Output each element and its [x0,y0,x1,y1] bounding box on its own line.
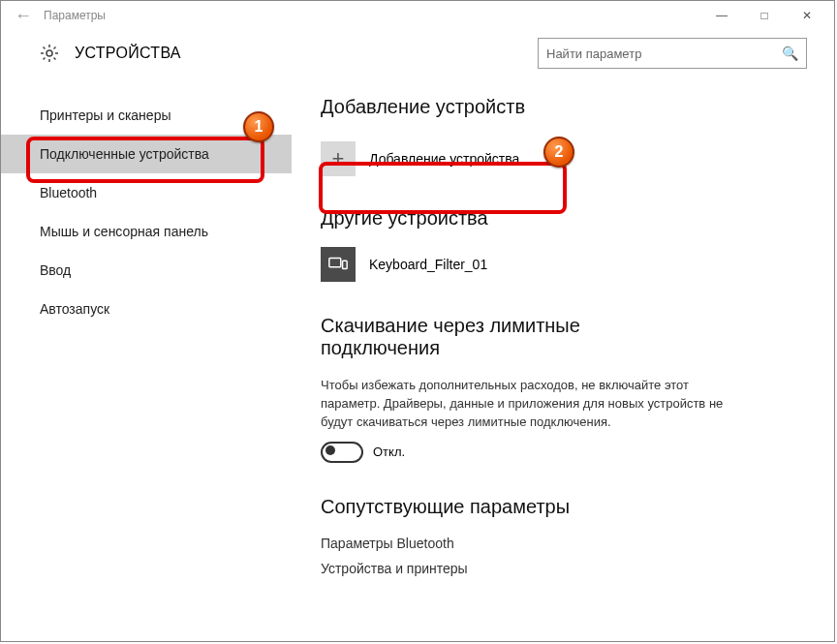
minimize-button[interactable]: — [700,2,743,29]
metered-toggle[interactable] [321,442,363,463]
sidebar-item-autoplay[interactable]: Автозапуск [1,290,292,328]
add-devices-heading: Добавление устройств [321,96,805,118]
sidebar: Принтеры и сканеры Подключенные устройст… [1,77,292,641]
sidebar-item-input[interactable]: Ввод [1,251,292,290]
metered-heading: Скачивание через лимитные подключения [321,315,689,359]
svg-point-0 [46,50,52,56]
device-icon [321,247,356,282]
sidebar-item-connected-devices[interactable]: Подключенные устройства [1,135,292,173]
window-controls: — □ ✕ [700,2,828,29]
body: Принтеры и сканеры Подключенные устройст… [1,77,834,641]
metered-toggle-row: Откл. [321,442,805,463]
search-input[interactable]: Найти параметр 🔍 [538,38,807,69]
settings-window: ← Параметры — □ ✕ УСТРОЙСТВА Найти парам… [0,0,835,642]
link-bluetooth-settings[interactable]: Параметры Bluetooth [321,536,805,551]
add-device-button[interactable]: + Добавление устройства [321,136,805,182]
link-devices-printers[interactable]: Устройства и принтеры [321,561,805,576]
gear-icon [40,44,59,63]
titlebar: ← Параметры — □ ✕ [1,1,834,30]
sidebar-item-mouse[interactable]: Мышь и сенсорная панель [1,212,292,251]
search-icon: 🔍 [782,46,798,61]
window-title: Параметры [40,9,700,22]
metered-description: Чтобы избежать дополнительных расходов, … [321,377,747,432]
add-device-label: Добавление устройства [369,151,519,167]
device-item[interactable]: Keyboard_Filter_01 [321,247,805,282]
device-name: Keyboard_Filter_01 [369,257,487,272]
sidebar-item-bluetooth[interactable]: Bluetooth [1,173,292,212]
plus-icon: + [321,141,356,176]
toggle-knob [326,445,335,455]
maximize-button[interactable]: □ [743,2,786,29]
close-button[interactable]: ✕ [786,2,828,29]
back-button[interactable]: ← [7,6,40,26]
page-title: УСТРОЙСТВА [75,45,538,62]
related-heading: Сопутствующие параметры [321,496,805,518]
toggle-label: Откл. [373,445,405,459]
content: Добавление устройств + Добавление устрой… [292,77,834,641]
other-devices-heading: Другие устройства [321,207,805,230]
search-placeholder: Найти параметр [546,46,782,61]
svg-rect-2 [343,261,348,268]
header: УСТРОЙСТВА Найти параметр 🔍 [1,30,834,77]
svg-rect-1 [329,259,341,267]
sidebar-item-printers[interactable]: Принтеры и сканеры [1,96,292,135]
